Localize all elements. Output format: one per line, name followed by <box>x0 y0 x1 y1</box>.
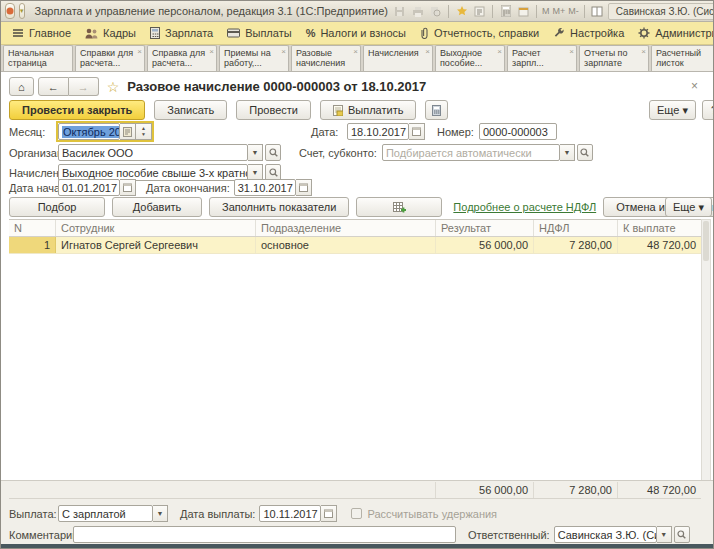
tab-home[interactable]: Начальная страница <box>3 45 73 71</box>
start-date-input[interactable]: 01.01.2017 <box>58 179 120 196</box>
memory-mminus-button[interactable]: M- <box>568 6 579 16</box>
menu-item-main[interactable]: Главное <box>5 22 78 44</box>
deductions-checkbox[interactable] <box>351 508 362 519</box>
calculator-icon[interactable] <box>498 4 513 19</box>
col-result[interactable]: Результат <box>436 220 534 236</box>
home-button[interactable]: ⌂ <box>9 77 34 96</box>
menu-item-hr[interactable]: Кадры <box>78 22 143 44</box>
payment-select[interactable]: С зарплатой <box>58 505 153 522</box>
tab-otchety-po-zarplate[interactable]: Отчеты по зарплате× <box>579 45 649 71</box>
menu-item-payments[interactable]: Выплаты <box>220 22 298 44</box>
close-doc-icon[interactable]: × <box>691 79 698 93</box>
close-tab-icon[interactable]: × <box>641 47 646 57</box>
calculator-button[interactable] <box>425 100 448 120</box>
post-and-close-button[interactable]: Провести и закрыть <box>9 100 145 120</box>
col-department[interactable]: Подразделение <box>256 220 436 236</box>
main-menu-button[interactable] <box>5 3 15 19</box>
section-menu-bar: Главное Кадры Зарплата Выплаты % Налоги … <box>1 22 713 45</box>
post-button[interactable]: Провести <box>236 100 311 120</box>
forward-button[interactable]: → <box>69 77 99 96</box>
pay-date-input[interactable]: 10.11.2017 <box>259 505 321 522</box>
date-label: Дата: <box>311 126 347 138</box>
memory-mplus-button[interactable]: M+ <box>553 6 566 16</box>
date-input[interactable]: 18.10.2017 <box>347 123 409 140</box>
table-scrollbar[interactable] <box>701 219 711 481</box>
pick-button[interactable]: Подбор <box>9 197 105 217</box>
back-button[interactable]: ← <box>38 77 69 96</box>
col-ndfl[interactable]: НДФЛ <box>534 220 618 236</box>
menu-item-settings[interactable]: Настройка <box>546 22 631 44</box>
preview-icon[interactable] <box>428 4 443 19</box>
start-date-calendar-icon[interactable] <box>120 179 136 196</box>
tab-priemy-na-rabotu[interactable]: Приемы на работу,...× <box>219 45 289 71</box>
note-icon[interactable] <box>472 4 487 19</box>
end-date-input[interactable]: 31.10.2017 <box>234 179 296 196</box>
close-tab-icon[interactable]: × <box>425 47 430 57</box>
responsible-dropdown-icon[interactable]: ▼ <box>657 526 672 543</box>
organization-dropdown-icon[interactable]: ▼ <box>248 144 263 161</box>
tab-razovye-nachisleniya[interactable]: Разовые начисления× <box>291 45 361 71</box>
pay-button[interactable]: Выплатить <box>320 100 416 120</box>
memory-m-button[interactable]: M <box>542 6 550 16</box>
split-window-icon[interactable] <box>590 4 605 19</box>
favorite-star-icon[interactable]: ☆ <box>107 79 120 95</box>
col-employee[interactable]: Сотрудник <box>56 220 256 236</box>
close-tab-icon[interactable]: × <box>497 47 502 57</box>
close-tab-icon[interactable]: × <box>569 47 574 57</box>
close-tab-icon[interactable]: × <box>281 47 286 57</box>
menu-item-taxes[interactable]: % Налоги и взносы <box>299 22 413 44</box>
ndfl-details-link[interactable]: Подробнее о расчете НДФЛ <box>453 201 596 213</box>
month-spinner[interactable]: ▲▼ <box>136 123 152 140</box>
doc-title: Разовое начисление 0000-000003 от 18.10.… <box>127 79 426 94</box>
save-button[interactable]: Записать <box>154 100 227 120</box>
fill-indicators-button[interactable]: Заполнить показатели <box>209 197 349 217</box>
account-input[interactable]: Подбирается автоматически <box>382 144 560 161</box>
more-button[interactable]: Еще ▾ <box>649 100 696 120</box>
current-user-button[interactable]: Савинская З.Ю. (Системный прог... <box>608 3 714 20</box>
print-icon[interactable] <box>410 4 425 19</box>
responsible-input[interactable]: Савинская З.Ю. (Системн <box>554 526 657 543</box>
tab-raschet-zarplaty[interactable]: Расчет зарпл...× <box>507 45 577 71</box>
tab-vyhodnoe-posobie[interactable]: Выходное пособие...× <box>435 45 505 71</box>
col-n[interactable]: N <box>9 220 56 236</box>
col-payout[interactable]: К выплате <box>618 220 701 236</box>
table-row[interactable]: 1 Игнатов Сергей Сергеевич основное 56 0… <box>9 237 701 254</box>
pay-date-calendar-icon[interactable] <box>321 505 337 522</box>
date-calendar-icon[interactable] <box>409 123 425 140</box>
menu-item-administration[interactable]: Администрирование <box>631 22 714 44</box>
help-button[interactable]: ? <box>702 100 714 120</box>
number-input[interactable]: 0000-000003 <box>479 123 557 140</box>
month-pick-icon[interactable] <box>120 123 136 140</box>
menu-item-salary[interactable]: Зарплата <box>143 22 220 44</box>
table-empty-area[interactable] <box>9 254 701 481</box>
scrollbar-thumb[interactable] <box>703 221 709 261</box>
close-tab-icon[interactable]: × <box>209 47 214 57</box>
organization-label: Организация: <box>9 147 58 159</box>
month-input[interactable]: Октябрь 2017 <box>58 123 120 140</box>
tab-raschetnyi-listok[interactable]: Расчетный листок× <box>651 45 714 71</box>
fill-table-button[interactable] <box>356 197 442 217</box>
close-tab-icon[interactable]: × <box>353 47 358 57</box>
add-button[interactable]: Добавить <box>112 197 202 217</box>
end-date-calendar-icon[interactable] <box>296 179 312 196</box>
quick-menu-button[interactable]: ▾ <box>19 3 25 19</box>
save-icon[interactable] <box>392 4 407 19</box>
organization-open-icon[interactable] <box>265 144 281 161</box>
tab-spravka-dlya-rascheta[interactable]: Справка для расчета...× <box>147 45 217 71</box>
payment-dropdown-icon[interactable]: ▼ <box>153 505 168 522</box>
add-favorite-icon[interactable] <box>454 4 469 19</box>
organization-input[interactable]: Василек ООО <box>58 144 248 161</box>
responsible-open-icon[interactable] <box>674 526 690 543</box>
tab-spravki-dlya-rascheta[interactable]: Справки для расчета...× <box>75 45 145 71</box>
comment-input[interactable] <box>73 526 456 543</box>
account-dropdown-icon[interactable]: ▼ <box>560 144 575 161</box>
app-window: ▾ Зарплата и управление персоналом, реда… <box>0 0 714 549</box>
account-open-icon[interactable] <box>577 144 593 161</box>
gear-icon <box>638 27 650 39</box>
table-more-button[interactable]: Еще ▾ <box>665 197 712 217</box>
chevron-down-icon: ▾ <box>20 7 24 15</box>
menu-item-reports[interactable]: Отчетность, справки <box>413 22 546 44</box>
calendar-small-icon[interactable] <box>516 4 531 19</box>
close-tab-icon[interactable]: × <box>137 47 142 57</box>
tab-nachisleniya[interactable]: Начисления× <box>363 45 433 71</box>
